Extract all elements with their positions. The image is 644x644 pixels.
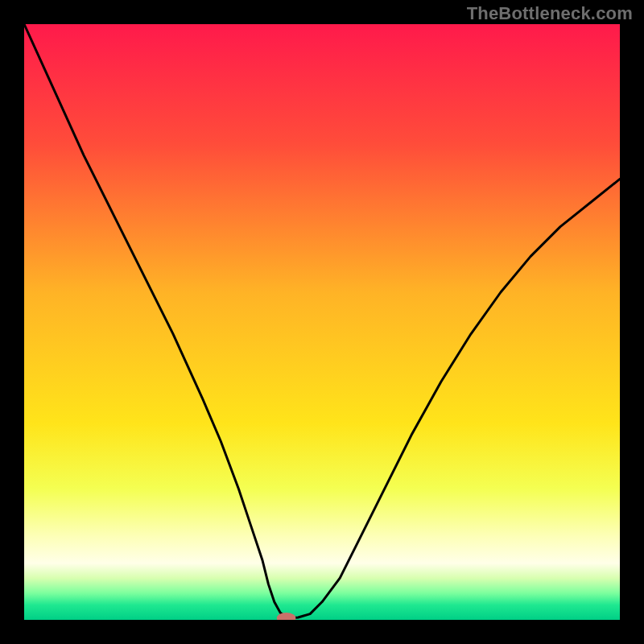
chart-background — [24, 24, 620, 620]
chart-plot-area — [24, 24, 620, 620]
chart-frame: TheBottleneck.com — [0, 0, 644, 644]
watermark-text: TheBottleneck.com — [467, 3, 633, 24]
chart-svg — [24, 24, 620, 620]
